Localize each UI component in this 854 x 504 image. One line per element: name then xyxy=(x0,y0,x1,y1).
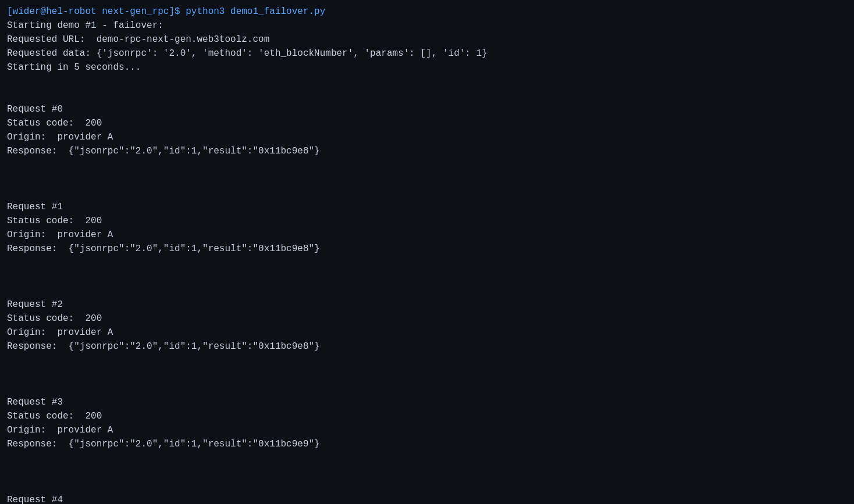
terminal-line: Request #2 xyxy=(7,298,847,312)
terminal-line: Response: {"jsonrpc":"2.0","id":1,"resul… xyxy=(7,144,847,158)
terminal-line: Status code: 200 xyxy=(7,214,847,228)
terminal-line: Status code: 200 xyxy=(7,312,847,326)
terminal-line xyxy=(7,381,847,395)
terminal-line: Response: {"jsonrpc":"2.0","id":1,"resul… xyxy=(7,242,847,256)
terminal-line xyxy=(7,158,847,172)
terminal-line: Origin: provider A xyxy=(7,423,847,437)
terminal-line: Request #3 xyxy=(7,395,847,409)
terminal-window: [wider@hel-robot next-gen_rpc]$ python3 … xyxy=(7,5,847,504)
terminal-line xyxy=(7,270,847,284)
terminal-line: Requested URL: demo-rpc-next-gen.web3too… xyxy=(7,33,847,47)
terminal-line xyxy=(7,172,847,186)
terminal-line xyxy=(7,353,847,367)
terminal-line: Origin: provider A xyxy=(7,326,847,339)
terminal-line: Request #0 xyxy=(7,102,847,116)
terminal-line xyxy=(7,186,847,200)
terminal-line xyxy=(7,74,847,88)
terminal-line: Origin: provider A xyxy=(7,130,847,144)
terminal-line xyxy=(7,256,847,270)
terminal-line: Starting demo #1 - failover: xyxy=(7,19,847,33)
terminal-line: Starting in 5 seconds... xyxy=(7,60,847,74)
terminal-line: [wider@hel-robot next-gen_rpc]$ python3 … xyxy=(7,5,847,19)
terminal-line xyxy=(7,465,847,479)
terminal-line: Requested data: {'jsonrpc': '2.0', 'meth… xyxy=(7,47,847,60)
terminal-line xyxy=(7,451,847,465)
terminal-line: Status code: 200 xyxy=(7,116,847,130)
terminal-line: Status code: 200 xyxy=(7,409,847,423)
terminal-line xyxy=(7,479,847,493)
terminal-line xyxy=(7,88,847,102)
terminal-line: Response: {"jsonrpc":"2.0","id":1,"resul… xyxy=(7,339,847,353)
terminal-line: Origin: provider A xyxy=(7,228,847,242)
terminal-line xyxy=(7,367,847,381)
terminal-line: Request #4 xyxy=(7,493,847,504)
terminal-line: Request #1 xyxy=(7,200,847,214)
terminal-line xyxy=(7,284,847,298)
terminal-line: Response: {"jsonrpc":"2.0","id":1,"resul… xyxy=(7,437,847,451)
